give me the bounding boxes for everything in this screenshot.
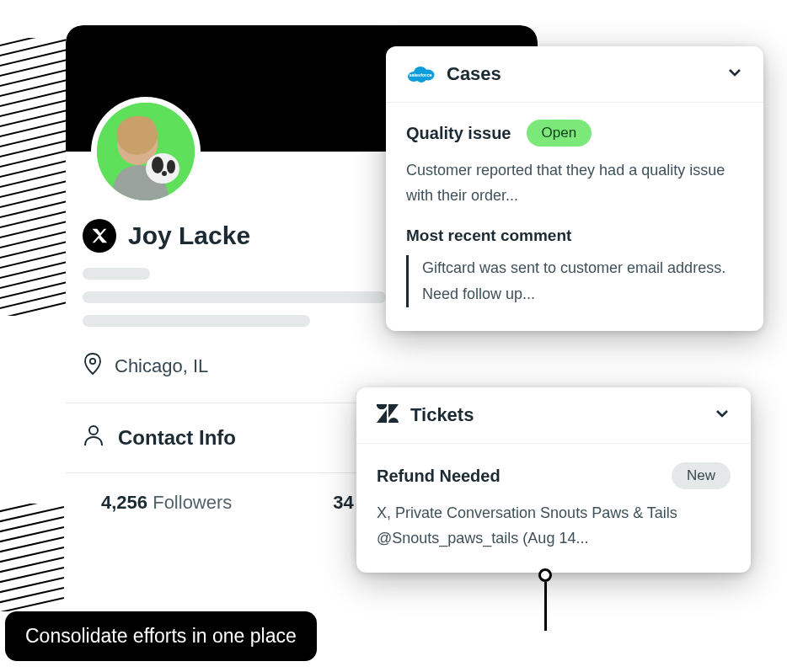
svg-line-5 — [0, 80, 67, 97]
contact-info-label: Contact Info — [118, 426, 236, 450]
salesforce-icon: salesforce — [406, 64, 435, 84]
x-platform-icon — [83, 219, 116, 253]
svg-line-19 — [0, 221, 67, 238]
callout-connector — [538, 568, 552, 631]
svg-line-20 — [0, 232, 67, 248]
svg-line-35 — [0, 568, 64, 583]
ticket-title[interactable]: Refund Needed — [377, 467, 672, 486]
cases-panel-title: Cases — [447, 63, 715, 85]
recent-comment-text: Giftcard was sent to customer email addr… — [406, 255, 743, 307]
followers-label: Followers — [153, 492, 232, 513]
svg-line-6 — [0, 90, 67, 107]
decorative-hatching — [0, 38, 67, 316]
case-title[interactable]: Quality issue — [406, 124, 511, 143]
svg-line-12 — [0, 151, 67, 168]
svg-line-33 — [0, 547, 64, 563]
svg-line-27 — [0, 302, 67, 316]
decorative-hatching — [0, 504, 64, 611]
svg-line-0 — [0, 38, 67, 46]
svg-line-18 — [0, 211, 67, 228]
cases-panel: salesforce Cases Quality issue Open Cust… — [386, 46, 763, 331]
person-icon — [83, 424, 104, 452]
chevron-down-icon[interactable] — [726, 64, 743, 84]
cases-panel-header[interactable]: salesforce Cases — [386, 46, 763, 103]
svg-point-44 — [162, 171, 167, 176]
recent-comment-label: Most recent comment — [406, 227, 743, 245]
svg-line-34 — [0, 557, 64, 573]
svg-line-9 — [0, 120, 67, 137]
chevron-down-icon[interactable] — [714, 405, 731, 425]
svg-line-22 — [0, 252, 67, 269]
zendesk-icon — [377, 404, 399, 426]
svg-line-13 — [0, 161, 67, 178]
location-pin-icon — [83, 352, 103, 381]
caption-pill: Consolidate efforts in one place — [5, 611, 317, 661]
tickets-panel: Tickets Refund Needed New X, Private Con… — [356, 387, 751, 573]
svg-line-25 — [0, 282, 67, 299]
tickets-panel-header[interactable]: Tickets — [356, 387, 751, 444]
svg-line-10 — [0, 131, 67, 147]
svg-line-38 — [0, 598, 64, 611]
svg-line-31 — [0, 527, 64, 542]
ticket-description: X, Private Conversation Snouts Paws & Ta… — [377, 501, 731, 551]
svg-line-1 — [0, 40, 67, 56]
svg-point-42 — [152, 157, 163, 173]
profile-location: Chicago, IL — [115, 355, 208, 377]
svg-point-46 — [89, 426, 98, 435]
svg-line-37 — [0, 588, 64, 603]
stat-partial: 34 — [333, 492, 353, 514]
tickets-panel-title: Tickets — [410, 404, 702, 426]
svg-line-16 — [0, 191, 67, 208]
svg-line-11 — [0, 141, 67, 157]
svg-point-43 — [167, 160, 175, 173]
svg-line-7 — [0, 100, 67, 117]
svg-line-24 — [0, 272, 67, 289]
profile-name: Joy Lacke — [128, 221, 250, 250]
svg-line-2 — [0, 50, 67, 67]
svg-line-4 — [0, 70, 67, 87]
svg-point-45 — [90, 359, 95, 364]
svg-line-30 — [0, 517, 64, 532]
svg-line-28 — [0, 504, 64, 512]
svg-line-8 — [0, 110, 67, 127]
ticket-status-badge: New — [672, 462, 731, 489]
svg-line-21 — [0, 242, 67, 259]
svg-line-23 — [0, 262, 67, 279]
svg-line-3 — [0, 60, 67, 77]
svg-line-15 — [0, 181, 67, 198]
case-description: Customer reported that they had a qualit… — [406, 158, 743, 208]
avatar[interactable] — [91, 97, 201, 206]
svg-line-29 — [0, 507, 64, 522]
followers-count: 4,256 — [101, 492, 147, 513]
svg-text:salesforce: salesforce — [409, 72, 431, 77]
svg-line-14 — [0, 171, 67, 188]
svg-line-32 — [0, 537, 64, 552]
svg-line-17 — [0, 201, 67, 218]
svg-line-36 — [0, 578, 64, 593]
svg-line-26 — [0, 292, 67, 309]
case-status-badge: Open — [527, 120, 592, 147]
